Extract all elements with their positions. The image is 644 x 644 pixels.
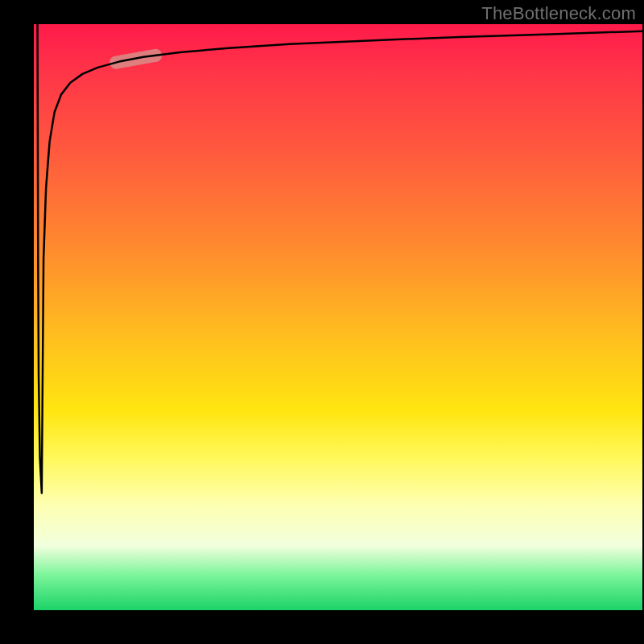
plot-border — [0, 0, 644, 644]
curve-layer — [34, 24, 642, 610]
bottleneck-curve — [38, 24, 642, 493]
watermark-label: TheBottleneck.com — [481, 3, 636, 24]
plot-area — [34, 24, 642, 610]
chart-frame: TheBottleneck.com — [0, 0, 644, 644]
